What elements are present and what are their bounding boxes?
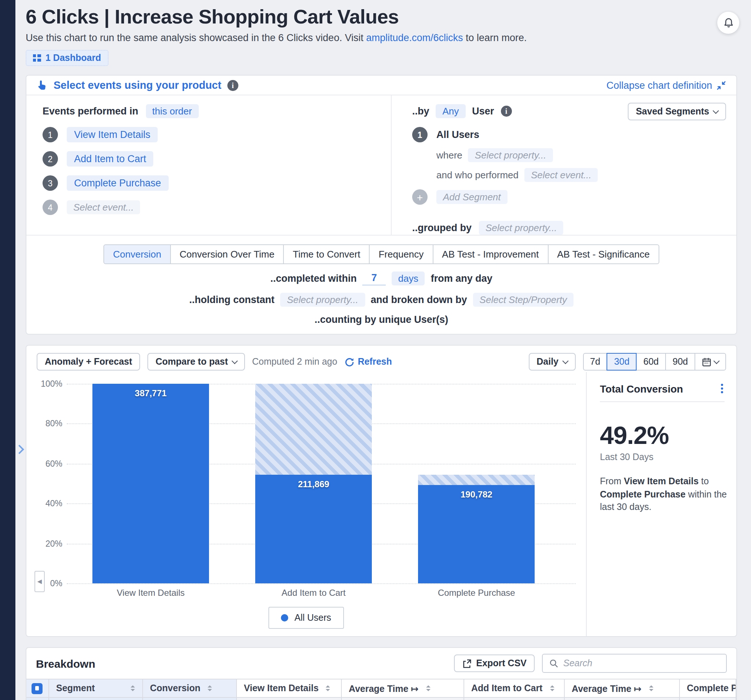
app-viewport: 6 Clicks | Increase Shopping Cart Values… [0,0,751,700]
desc-step-1: View Item Details [624,476,698,486]
breakdown-table: Segment Conversion View Item Details Ave… [26,679,736,700]
performed-label: and who performed [436,169,519,181]
plus-icon[interactable]: + [412,189,428,205]
kebab-menu-icon[interactable] [720,382,725,395]
subtitle-link[interactable]: amplitude.com/6clicks [366,32,463,43]
expand-sidebar-chevron-icon[interactable] [15,444,24,454]
order-chip[interactable]: this order [145,104,198,118]
col-header-view-item-details[interactable]: View Item Details [236,679,341,697]
search-input[interactable] [563,658,720,669]
event-chip-complete-purchase[interactable]: Complete Purchase [67,175,168,191]
col-header-average-time-2[interactable]: Average Time ↦ [564,679,679,697]
dashboard-chip[interactable]: 1 Dashboard [26,50,108,66]
page: 6 Clicks | Increase Shopping Cart Values… [15,0,751,700]
compare-to-past-button[interactable]: Compare to past [147,353,244,370]
performed-event-placeholder[interactable]: Select event... [524,168,598,182]
info-icon[interactable]: i [501,106,511,117]
gridline [67,583,576,584]
where-label: where [436,150,462,161]
select-event-placeholder[interactable]: Select event... [67,200,141,214]
cell-conversion: 49.2% [142,697,236,700]
legend-all-users[interactable]: All Users [269,607,344,629]
holding-constant-placeholder[interactable]: Select property... [280,293,365,307]
bar-converted-solid: 211,869 [255,474,372,583]
subtitle-text: Use this chart to run the same analysis … [26,32,366,43]
total-conversion-description: From View Item Details to Complete Purch… [600,475,728,514]
tab-ab-test-significance[interactable]: AB Test - Significance [547,244,659,264]
cell-complete-purchase: 190,782 (49.2%) [679,697,736,700]
chart-toolbar: Anomaly + Forecast Compare to past Compu… [26,345,736,372]
left-nav-strip [0,0,15,700]
bar-count-label: 387,771 [92,388,209,398]
col-header-add-item-to-cart[interactable]: Add Item to Cart [464,679,564,697]
grouped-by-placeholder[interactable]: Select property... [479,221,564,235]
add-segment-button[interactable]: Add Segment [436,190,507,204]
event-chip-add-item-to-cart[interactable]: Add Item to Cart [67,151,154,167]
collapse-axis-button[interactable]: ◀ [34,571,45,592]
event-chip-view-item-details[interactable]: View Item Details [67,127,158,142]
col-header-complete-purchase[interactable]: Complete Purchase [679,679,736,697]
step-number: 3 [43,175,58,191]
select-all-checkbox[interactable] [32,683,43,694]
range-30d[interactable]: 30d [607,353,637,370]
compare-label: Compare to past [156,356,228,367]
calendar-range-button[interactable] [695,353,726,370]
desc-step-2: Complete Purchase [600,489,685,499]
cell-average-time-1: 2d3h49m25s (Median 1d5h8m33s) [341,697,464,700]
table-row[interactable]: All Users 49.2% 387,771 (100%) 2d3h49m25… [26,697,736,700]
divider [600,401,725,402]
collapse-chart-definition[interactable]: Collapse chart definition [607,80,726,91]
export-icon [462,658,471,668]
refresh-button[interactable]: Refresh [345,356,392,367]
anomaly-forecast-label: Anomaly + Forecast [45,356,132,367]
info-icon[interactable]: i [227,80,238,91]
search-box[interactable] [542,654,727,673]
counting-by-label: ..counting by unique User(s) [315,314,448,325]
step-number: 2 [43,151,58,167]
subtitle-text-2: to learn more. [463,32,527,43]
saved-segments-button[interactable]: Saved Segments [628,103,726,120]
x-axis-label: View Item Details [117,588,185,598]
col-header-conversion[interactable]: Conversion [142,679,236,697]
chevron-down-icon [562,358,569,364]
bar-add-item-to-cart[interactable]: 211,869 [255,384,372,583]
range-7d[interactable]: 7d [583,353,607,370]
bar-complete-purchase[interactable]: 190,782 [418,384,535,583]
interval-dropdown[interactable]: Daily [528,353,575,370]
days-unit-chip[interactable]: days [392,271,425,285]
col-header-segment[interactable]: Segment [48,679,142,697]
bar-view-item-details[interactable]: 387,771 [92,384,209,583]
broken-down-placeholder[interactable]: Select Step/Property [473,293,573,307]
range-60d[interactable]: 60d [636,353,666,370]
desc-text: From [600,476,624,486]
col-header-average-time-1[interactable]: Average Time ↦ [341,679,464,697]
dashboard-chip-label: 1 Dashboard [45,53,101,63]
days-value-input[interactable]: 7 [363,272,386,285]
export-csv-button[interactable]: Export CSV [454,655,535,672]
segments-panel: ..by Any User i Saved Segments 1 All Use… [391,95,736,235]
event-step-3: 3 Complete Purchase [43,175,391,191]
funnel-plot: 100% 80% 60% 40% 20% 0% 387,771 [26,372,586,636]
search-icon [549,659,558,668]
select-events-control[interactable]: Select events using your product i [37,79,238,91]
tab-frequency[interactable]: Frequency [369,244,433,264]
range-90d[interactable]: 90d [665,353,695,370]
by-label: ..by [412,106,430,117]
notifications-button[interactable] [717,12,739,34]
total-conversion-value: 49.2% [600,421,725,450]
anomaly-forecast-button[interactable]: Anomaly + Forecast [37,353,140,370]
saved-segments-label: Saved Segments [636,106,709,117]
bar-count-label: 190,782 [418,489,535,500]
tab-conversion[interactable]: Conversion [104,244,171,264]
tab-time-to-convert[interactable]: Time to Convert [283,244,369,264]
chevron-down-icon [713,107,719,114]
event-step-4: 4 Select event... [43,200,391,215]
bar-unconverted-hatch [255,384,372,474]
tab-ab-test-improvement[interactable]: AB Test - Improvement [432,244,548,264]
where-property-placeholder[interactable]: Select property... [468,148,553,162]
desc-text: to [698,476,709,486]
grouped-by-label: ..grouped by [412,222,471,233]
collapse-label: Collapse chart definition [607,80,712,91]
any-chip[interactable]: Any [436,104,466,118]
tab-conversion-over-time[interactable]: Conversion Over Time [170,244,284,264]
